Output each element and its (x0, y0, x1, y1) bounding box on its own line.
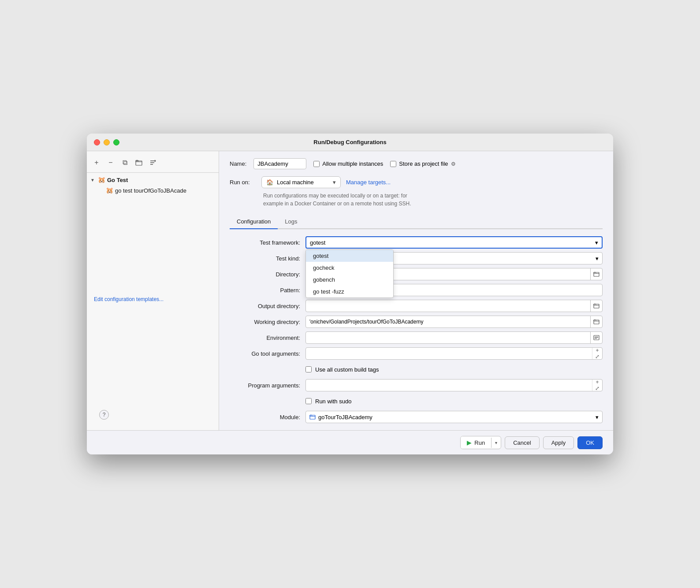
help-button[interactable]: ? (99, 410, 109, 420)
sidebar-item-go-test-subitem[interactable]: 🐹 go test tourOfGoToJBAcade (87, 185, 219, 196)
program-arguments-row: Program arguments: + ⤢ (230, 379, 603, 391)
use-all-build-tags-row: Use all custom build tags (230, 363, 603, 376)
add-config-button[interactable]: + (90, 156, 103, 169)
allow-multiple-checkbox[interactable] (313, 161, 320, 167)
svg-rect-6 (594, 320, 599, 324)
tab-configuration[interactable]: Configuration (230, 215, 278, 228)
module-value: goTourToJBAcademy (318, 414, 372, 421)
run-button[interactable]: ▶ Run (461, 436, 491, 449)
apply-button[interactable]: Apply (543, 436, 574, 449)
go-tool-arguments-add-button[interactable]: + (592, 347, 602, 354)
dropdown-option-gocheck[interactable]: gocheck (306, 262, 393, 274)
dropdown-option-gotest[interactable]: gotest (306, 250, 393, 262)
output-directory-row: Output directory: (230, 300, 603, 312)
allow-multiple-group: Allow multiple instances (313, 160, 383, 167)
test-framework-label: Test framework: (230, 239, 300, 246)
go-tool-arguments-expand-button[interactable]: ⤢ (592, 354, 602, 360)
ok-button[interactable]: OK (577, 436, 603, 449)
working-directory-input[interactable] (306, 317, 590, 327)
bottom-bar: ▶ Run ▾ Cancel Apply OK (87, 430, 613, 454)
manage-targets-link[interactable]: Manage targets... (346, 179, 391, 186)
svg-rect-4 (594, 272, 599, 276)
sidebar-toolbar: + − ⧉ (87, 155, 219, 173)
test-kind-label: Test kind: (230, 255, 300, 262)
run-on-select[interactable]: 🏠 Local machine ▾ (261, 176, 341, 188)
tab-logs-label: Logs (285, 218, 297, 225)
run-button-group: ▶ Run ▾ (460, 436, 501, 449)
environment-input[interactable] (306, 333, 590, 343)
run-on-description: Run configurations may be executed local… (263, 192, 603, 208)
tabs-row: Configuration Logs (230, 215, 603, 229)
cancel-button[interactable]: Cancel (505, 436, 539, 449)
environment-label: Environment: (230, 335, 300, 341)
store-as-project-checkbox[interactable] (390, 161, 396, 167)
chevron-icon: ▼ (90, 178, 96, 182)
use-all-build-tags-label: Use all custom build tags (315, 366, 379, 373)
run-label: Run (474, 439, 485, 446)
working-directory-browse-button[interactable] (590, 316, 602, 327)
close-button[interactable] (94, 139, 100, 145)
output-directory-input-container (305, 300, 603, 312)
remove-config-button[interactable]: − (104, 156, 117, 169)
run-on-chevron-icon: ▾ (333, 179, 336, 186)
dropdown-option-go-test-fuzz[interactable]: go test -fuzz (306, 286, 393, 298)
test-framework-select[interactable]: gotest ▾ (305, 236, 603, 249)
directory-browse-button[interactable] (590, 268, 602, 280)
folder-config-button[interactable] (133, 156, 145, 169)
home-icon: 🏠 (266, 179, 273, 186)
run-on-row: Run on: 🏠 Local machine ▾ Manage targets… (230, 176, 603, 188)
local-machine-label: Local machine (277, 179, 314, 186)
module-select-value: goTourToJBAcademy (309, 414, 372, 421)
module-select[interactable]: goTourToJBAcademy ▾ (305, 411, 603, 423)
run-dropdown-button[interactable]: ▾ (491, 438, 501, 448)
go-tool-arguments-label: Go tool arguments: (230, 350, 300, 357)
environment-input-container (305, 331, 603, 344)
test-framework-dropdown: gotest gocheck gobench go test -fuzz (305, 249, 394, 298)
output-directory-input[interactable] (306, 301, 590, 311)
environment-edit-button[interactable] (590, 332, 602, 343)
minimize-button[interactable] (104, 139, 110, 145)
run-icon: ▶ (467, 439, 472, 446)
program-arguments-input[interactable] (306, 380, 592, 391)
run-with-sudo-row: Run with sudo (230, 395, 603, 407)
go-tool-arguments-input-container: + ⤢ (305, 347, 603, 360)
go-tool-arguments-row: Go tool arguments: + ⤢ (230, 347, 603, 360)
directory-row: Directory: (230, 268, 603, 280)
tab-configuration-label: Configuration (237, 218, 271, 225)
maximize-button[interactable] (113, 139, 119, 145)
pattern-row: Pattern: (230, 284, 603, 296)
go-test-subitem-icon: 🐹 (105, 187, 113, 194)
test-kind-row: Test kind: ▾ (230, 252, 603, 264)
program-arguments-expand-buttons: + ⤢ (592, 379, 602, 391)
go-tool-arguments-input[interactable] (306, 349, 592, 359)
program-arguments-add-button[interactable]: + (592, 379, 602, 385)
project-file-gear-icon[interactable]: ⚙ (451, 161, 456, 167)
sort-config-button[interactable] (147, 156, 159, 169)
run-with-sudo-checkbox[interactable] (305, 398, 312, 404)
program-arguments-label: Program arguments: (230, 382, 300, 389)
sidebar-group-label: Go Test (107, 177, 128, 183)
title-bar: Run/Debug Configurations (87, 134, 613, 151)
allow-multiple-label: Allow multiple instances (322, 160, 383, 167)
window: Run/Debug Configurations + − ⧉ (87, 134, 613, 454)
module-chevron-icon: ▾ (596, 414, 599, 421)
edit-configuration-templates-link[interactable]: Edit configuration templates... (87, 291, 219, 308)
svg-rect-5 (594, 304, 599, 308)
go-tool-arguments-expand-buttons: + ⤢ (592, 347, 602, 360)
output-directory-browse-button[interactable] (590, 300, 602, 312)
module-row: Module: goTourToJBAcademy ▾ (230, 411, 603, 423)
dropdown-option-gobench[interactable]: gobench (306, 274, 393, 286)
test-framework-row: Test framework: gotest ▾ gotest (230, 236, 603, 249)
sidebar-item-go-test-group[interactable]: ▼ 🐹 Go Test (87, 175, 219, 185)
tab-logs[interactable]: Logs (278, 215, 304, 228)
store-as-project-label: Store as project file (399, 160, 448, 167)
name-input[interactable] (253, 158, 306, 169)
output-directory-label: Output directory: (230, 303, 300, 309)
go-test-group-icon: 🐹 (97, 176, 105, 183)
use-all-build-tags-checkbox[interactable] (305, 366, 312, 372)
help-area: ? (87, 403, 219, 427)
run-with-sudo-label: Run with sudo (315, 398, 351, 405)
program-arguments-expand-button[interactable]: ⤢ (592, 385, 602, 391)
copy-config-button[interactable]: ⧉ (119, 156, 131, 169)
sidebar-subitem-label: go test tourOfGoToJBAcade (115, 187, 186, 194)
